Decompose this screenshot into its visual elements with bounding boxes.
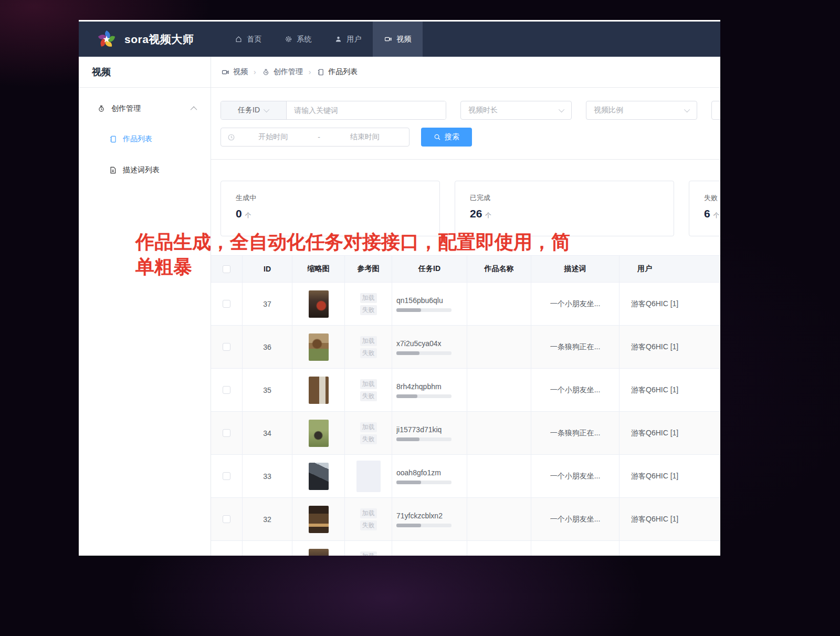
- table-body: 37 加载失败 qn156pbu6qlu 一个小朋友坐... 游客Q6HIC […: [211, 283, 720, 556]
- thumbnail-image[interactable]: [309, 333, 329, 361]
- row-checkbox[interactable]: [223, 515, 230, 523]
- keyword-input[interactable]: [287, 101, 446, 119]
- search-button[interactable]: 搜索: [421, 128, 472, 147]
- user-cell: 游客Q6HIC [1]: [620, 283, 720, 325]
- app-window: sora视频大师 首页 系统 用户 视频: [79, 20, 720, 556]
- header-user: 用户: [620, 256, 720, 282]
- header-checkbox-cell: [211, 256, 243, 282]
- nav-menu: 首页 系统 用户 视频: [223, 22, 423, 57]
- horizontal-scrollbar[interactable]: [396, 481, 452, 484]
- horizontal-scrollbar[interactable]: [396, 308, 452, 312]
- thumbnail-image[interactable]: [309, 290, 329, 318]
- sidebar-title: 视频: [92, 66, 111, 78]
- horizontal-scrollbar[interactable]: [396, 351, 452, 355]
- header-task-id: 任务ID: [392, 256, 467, 282]
- sidebar-item-prompt-list[interactable]: 描述词列表: [79, 154, 211, 185]
- task-id-text: qn156pbu6qlu: [396, 296, 443, 305]
- table-row: 34 加载失败 ji15773d71kiq 一条狼狗正在... 游客Q6HIC …: [211, 412, 720, 455]
- horizontal-scrollbar[interactable]: [396, 524, 452, 527]
- row-id: [243, 541, 292, 556]
- breadcrumb-creation[interactable]: 创作管理: [262, 67, 303, 77]
- search-field-select[interactable]: 任务ID: [221, 101, 287, 119]
- thumbnail-image[interactable]: [309, 549, 329, 556]
- reference-cell: [345, 455, 392, 497]
- reference-cell: 加载失败: [345, 412, 392, 454]
- sidebar-item-label: 作品列表: [123, 134, 152, 144]
- task-id-cell: [392, 541, 467, 556]
- ratio-select[interactable]: 视频比例: [586, 101, 697, 120]
- description-cell: 一个小朋友坐...: [531, 283, 620, 325]
- nav-label: 视频: [396, 35, 411, 44]
- user-cell: 游客Q6HIC [1]: [620, 455, 720, 497]
- task-id-cell: ooah8gfo1zm: [392, 455, 467, 497]
- row-checkbox[interactable]: [223, 472, 230, 480]
- breadcrumb-video[interactable]: 视频: [222, 67, 248, 77]
- sidebar-group-label: 创作管理: [111, 104, 141, 113]
- app-title: sora视频大师: [124, 32, 194, 47]
- brand: sora视频大师: [79, 22, 194, 57]
- load-failed-text: 加载: [360, 551, 377, 556]
- nav-item-video[interactable]: 视频: [373, 22, 423, 57]
- date-range-separator: -: [311, 133, 327, 141]
- sidebar-group-creation[interactable]: 创作管理: [79, 94, 211, 123]
- header-description: 描述词: [531, 256, 620, 282]
- end-time-placeholder: 结束时间: [327, 132, 403, 142]
- nav-item-users[interactable]: 用户: [323, 22, 373, 57]
- row-checkbox[interactable]: [223, 386, 230, 394]
- work-name-cell: [467, 541, 531, 556]
- reference-cell: 加载失败: [345, 283, 392, 325]
- row-id: 35: [243, 369, 292, 411]
- thumbnail-cell: [292, 283, 345, 325]
- task-id-text: 71yfckzcblxn2: [396, 512, 443, 520]
- select-all-checkbox[interactable]: [223, 265, 230, 273]
- load-failed-text: 失败: [360, 391, 377, 401]
- table-row: 33 ooah8gfo1zm 一个小朋友坐... 游客Q6HIC [1]: [211, 455, 720, 498]
- row-id: 33: [243, 455, 292, 497]
- task-id-text: 8rh4zhqpbhm: [396, 382, 442, 391]
- row-checkbox[interactable]: [223, 300, 230, 308]
- horizontal-scrollbar[interactable]: [396, 394, 452, 398]
- table-row: 35 加载失败 8rh4zhqpbhm 一个小朋友坐... 游客Q6HIC [1…: [211, 369, 720, 412]
- row-checkbox-cell: [211, 498, 243, 540]
- header-reference: 参考图: [345, 256, 392, 282]
- row-checkbox-cell: [211, 369, 243, 411]
- reference-placeholder: [356, 461, 381, 492]
- thumbnail-cell: [292, 326, 345, 368]
- stat-unit: 个: [245, 212, 251, 219]
- breadcrumb-label: 创作管理: [274, 67, 303, 77]
- horizontal-scrollbar[interactable]: [396, 437, 452, 441]
- sidebar-item-works-list[interactable]: 作品列表: [79, 123, 211, 154]
- user-cell: 游客Q6HIC [1]: [620, 412, 720, 454]
- row-checkbox-cell: [211, 283, 243, 325]
- thumbnail-image[interactable]: [309, 463, 329, 490]
- breadcrumb-works-list[interactable]: 作品列表: [317, 67, 358, 77]
- reference-cell: 加载失败: [345, 498, 392, 540]
- clock-icon: [227, 133, 235, 141]
- thumbnail-image[interactable]: [309, 506, 329, 533]
- reference-cell: 加载失败: [345, 541, 392, 556]
- row-id: 32: [243, 498, 292, 540]
- task-id-text: ooah8gfo1zm: [396, 468, 441, 477]
- description-cell: 一个小朋友坐...: [531, 369, 620, 411]
- table-row: 加载失败: [211, 541, 720, 556]
- extra-select[interactable]: [711, 101, 720, 120]
- nav-item-system[interactable]: 系统: [273, 22, 323, 57]
- stat-label: 已完成: [470, 193, 674, 203]
- table-row: 37 加载失败 qn156pbu6qlu 一个小朋友坐... 游客Q6HIC […: [211, 283, 720, 326]
- thumbnail-cell: [292, 369, 345, 411]
- load-failed-text: 失败: [360, 348, 377, 358]
- nav-item-home[interactable]: 首页: [223, 22, 273, 57]
- date-range-picker[interactable]: 开始时间 - 结束时间: [220, 128, 410, 147]
- stat-unit: 个: [713, 212, 720, 219]
- duration-select[interactable]: 视频时长: [460, 101, 572, 120]
- user-icon: [334, 35, 342, 43]
- thumbnail-image[interactable]: [309, 377, 329, 404]
- row-checkbox[interactable]: [223, 429, 230, 437]
- work-name-cell: [467, 455, 531, 497]
- sidebar: 视频 创作管理 作品列表 描述词列表: [79, 57, 211, 556]
- reference-cell: 加载失败: [345, 326, 392, 368]
- filter-panel: 任务ID 视频时长 视频比例: [211, 88, 720, 160]
- sidebar-item-label: 描述词列表: [123, 165, 160, 175]
- thumbnail-image[interactable]: [309, 420, 329, 447]
- row-checkbox[interactable]: [223, 343, 230, 351]
